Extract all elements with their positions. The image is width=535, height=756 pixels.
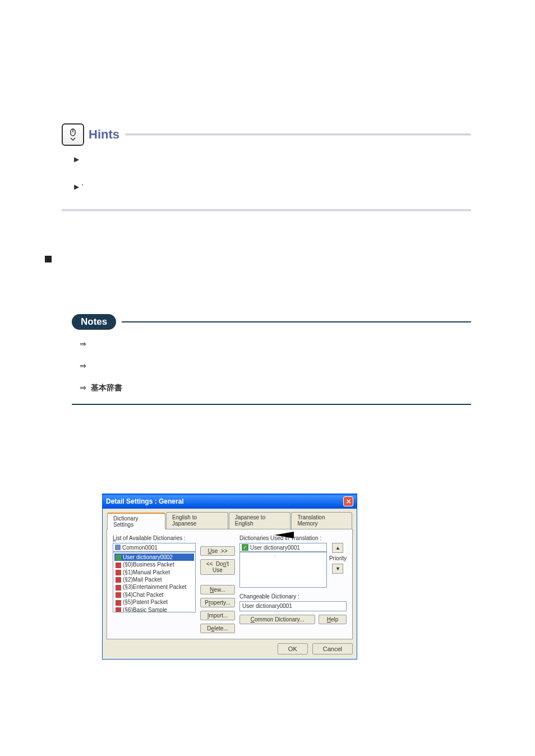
import-button[interactable]: Import... (200, 611, 235, 620)
callout-arrow-icon (274, 532, 294, 538)
available-dictionaries-label: LList of Available Dictionaries :ist of … (113, 535, 196, 541)
dictionary-icon (116, 600, 121, 606)
hints-body: ▶ ▶ ' (62, 154, 471, 192)
notes-body: ⇒ ⇒ ⇒ 基本辞書 (72, 338, 471, 394)
arrow-icon: ⇒ (80, 338, 91, 350)
hint-item: ▶ (74, 154, 471, 165)
arrow-icon: ⇒ (80, 360, 91, 372)
list-item-label: (§3)Entertainment Packet (123, 584, 186, 590)
right-column: Dictionaries Used in Translation : ✓ Use… (239, 535, 347, 633)
priority-label: Priority (329, 555, 347, 561)
chevron-down-icon: ▼ (335, 566, 340, 571)
hints-header: Hints (62, 123, 471, 146)
used-row: ✓ User dictionary0001 · ▲ Priority ▼ (239, 543, 347, 588)
dialog-title: Detail Settings : General (106, 497, 184, 505)
cancel-button[interactable]: Cancel (312, 643, 353, 654)
dialog-bottom-buttons: OK Cancel (103, 643, 357, 659)
tab-translation-memory[interactable]: Translation Memory (291, 512, 352, 529)
list-item-label: Common0001 (122, 545, 158, 551)
list-item[interactable]: (§0)Business Packet (114, 561, 194, 568)
note-item: ⇒ 基本辞書 (80, 382, 471, 394)
list-item-label: (§0)Business Packet (123, 561, 174, 568)
close-button[interactable]: ✕ (343, 496, 353, 506)
dictionary-icon (116, 555, 121, 560)
middle-column: Use >> << Don't Use New... Property... I… (200, 535, 235, 633)
help-button[interactable]: Help (319, 615, 347, 624)
spacer (239, 588, 347, 593)
notes-title: Notes (72, 314, 116, 330)
dictionary-icon (116, 585, 121, 591)
available-dictionaries-list[interactable]: User dictionary0002 (§0)Business Packet … (113, 552, 196, 612)
list-item[interactable]: User dictionary0002 (114, 554, 194, 561)
tab-panel: LList of Available Dictionaries :ist of … (107, 529, 353, 639)
bullet-icon: ▶ (74, 182, 82, 192)
close-icon: ✕ (346, 498, 351, 505)
list-item-label: (§1)Manual Packet (123, 569, 170, 575)
list-item-label: (§6)Basic Sample (123, 607, 167, 612)
priority-down-button[interactable]: ▼ (332, 564, 343, 574)
tab-japanese-to-english[interactable]: Japanese to English (229, 512, 291, 529)
list-item[interactable]: (§6)Basic Sample (114, 606, 194, 612)
detail-settings-dialog: Detail Settings : General ✕ Dictionary S… (102, 494, 357, 660)
note-item: ⇒ (80, 338, 471, 350)
hints-icon (62, 123, 84, 146)
common-dictionary-button[interactable]: Common Dictionary... (239, 615, 315, 624)
list-item[interactable]: (§2)Mail Packet (114, 576, 194, 583)
ok-button[interactable]: OK (278, 643, 308, 654)
panel-columns: LList of Available Dictionaries :ist of … (113, 535, 347, 633)
hint-item: ▶ ' (74, 182, 471, 192)
hints-section: Hints ▶ ▶ ' (62, 123, 471, 211)
use-button[interactable]: Use >> (200, 546, 235, 556)
tab-dictionary-settings[interactable]: Dictionary Settings (107, 513, 165, 529)
section-square-bullet (45, 256, 52, 262)
titlebar[interactable]: Detail Settings : General ✕ (103, 494, 357, 509)
tab-english-to-japanese[interactable]: English to Japanese (166, 512, 228, 529)
dictionary-icon (116, 563, 121, 568)
note-item: ⇒ (80, 360, 471, 372)
hint-text: ' (82, 182, 83, 192)
property-button[interactable]: Property... (200, 598, 235, 607)
dictionary-icon (116, 607, 121, 612)
available-top-listbox[interactable]: Common0001 (113, 543, 196, 552)
list-item-label: User dictionary0002 (123, 554, 173, 560)
hints-title: Hints (89, 127, 119, 142)
list-item[interactable]: (§5)Patent Packet (114, 598, 194, 606)
list-item-label: (§5)Patent Packet (123, 599, 168, 605)
list-item-label: (§2)Mail Packet (123, 577, 162, 583)
list-item[interactable]: (§3)Entertainment Packet (114, 583, 194, 591)
left-column: LList of Available Dictionaries :ist of … (113, 535, 196, 633)
hints-divider (125, 133, 471, 136)
delete-button[interactable]: Delete... (200, 624, 235, 633)
hints-divider-bottom (62, 209, 471, 211)
right-bottom-buttons: Common Dictionary... Help (239, 615, 347, 624)
dictionary-icon (116, 570, 121, 575)
new-button[interactable]: New... (200, 585, 235, 594)
dont-use-button[interactable]: << Don't Use (200, 559, 235, 575)
chevron-up-icon: ▲ (335, 545, 340, 551)
changeable-dictionary-field[interactable]: User dictionary0001 (239, 601, 347, 611)
notes-header: Notes (72, 314, 471, 330)
caret-icon: · (275, 554, 276, 559)
spacer (200, 535, 235, 543)
list-item-label: User dictionary0001 (250, 545, 300, 551)
priority-up-button[interactable]: ▲ (332, 543, 343, 553)
used-dictionaries-empty-area[interactable]: · (239, 552, 327, 588)
dictionary-icon (116, 592, 121, 598)
mouse-down-icon (66, 128, 80, 141)
dialog-container: Detail Settings : General ✕ Dictionary S… (102, 494, 357, 660)
used-dictionaries-list[interactable]: ✓ User dictionary0001 (239, 543, 327, 552)
list-item[interactable]: (§1)Manual Packet (114, 569, 194, 576)
dictionary-icon (115, 545, 121, 550)
notes-divider-bottom (72, 404, 471, 405)
notes-section: Notes ⇒ ⇒ ⇒ 基本辞書 (72, 314, 471, 405)
list-item[interactable]: (§4)Chat Packet (114, 591, 194, 598)
bullet-icon: ▶ (74, 154, 82, 165)
spacer (200, 578, 235, 582)
list-item-label: (§4)Chat Packet (123, 592, 163, 598)
tab-row: Dictionary Settings English to Japanese … (103, 509, 357, 529)
check-icon: ✓ (242, 544, 248, 551)
dictionary-icon (116, 577, 121, 583)
changeable-dictionary-label: Changeable Dictionary : (239, 593, 347, 600)
priority-controls: ▲ Priority ▼ (329, 543, 347, 588)
note-text: 基本辞書 (91, 382, 122, 394)
